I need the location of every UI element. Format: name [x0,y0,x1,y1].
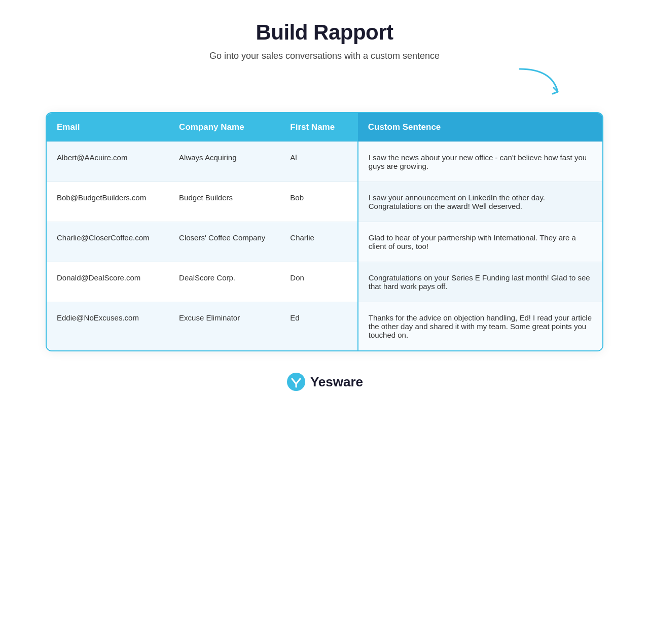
table-row: Eddie@NoExcuses.comExcuse EliminatorEdTh… [47,302,602,351]
yesware-icon [286,372,306,392]
header-email: Email [47,113,169,142]
page-subtitle: Go into your sales conversations with a … [46,51,603,61]
cell-sentence: Congratulations on your Series E Funding… [358,262,602,302]
cell-company: DealScore Corp. [169,262,280,302]
cell-company: Excuse Eliminator [169,302,280,351]
cell-firstname: Don [280,262,357,302]
arrow-icon [517,66,563,97]
yesware-logo: Yesware [286,372,363,392]
table-header-row: Email Company Name First Name Custom Sen… [47,113,602,142]
cell-email: Eddie@NoExcuses.com [47,302,169,351]
header-sentence: Custom Sentence [358,113,602,142]
rapport-table: Email Company Name First Name Custom Sen… [47,113,602,350]
header-firstname: First Name [280,113,357,142]
table-row: Albert@AAcuire.comAlways AcquiringAlI sa… [47,142,602,182]
cell-firstname: Al [280,142,357,182]
table-row: Charlie@CloserCoffee.comClosers' Coffee … [47,222,602,262]
cell-company: Always Acquiring [169,142,280,182]
cell-company: Budget Builders [169,182,280,222]
cell-firstname: Ed [280,302,357,351]
cell-sentence: Thanks for the advice on objection handl… [358,302,602,351]
table-row: Bob@BudgetBuilders.comBudget BuildersBob… [47,182,602,222]
brand-name: Yesware [310,374,363,390]
cell-email: Charlie@CloserCoffee.com [47,222,169,262]
cell-email: Bob@BudgetBuilders.com [47,182,169,222]
page-title: Build Rapport [46,20,603,45]
footer: Yesware [46,372,603,392]
header-company: Company Name [169,113,280,142]
svg-point-0 [287,373,305,391]
page-container: Build Rapport Go into your sales convers… [46,20,603,392]
cell-firstname: Bob [280,182,357,222]
cell-firstname: Charlie [280,222,357,262]
table-row: Donald@DealScore.comDealScore Corp.DonCo… [47,262,602,302]
cell-sentence: Glad to hear of your partnership with In… [358,222,602,262]
cell-sentence: I saw your announcement on LinkedIn the … [358,182,602,222]
cell-company: Closers' Coffee Company [169,222,280,262]
cell-sentence: I saw the news about your new office - c… [358,142,602,182]
cell-email: Albert@AAcuire.com [47,142,169,182]
arrow-container [46,66,603,97]
cell-email: Donald@DealScore.com [47,262,169,302]
table-wrapper: Email Company Name First Name Custom Sen… [46,112,603,351]
